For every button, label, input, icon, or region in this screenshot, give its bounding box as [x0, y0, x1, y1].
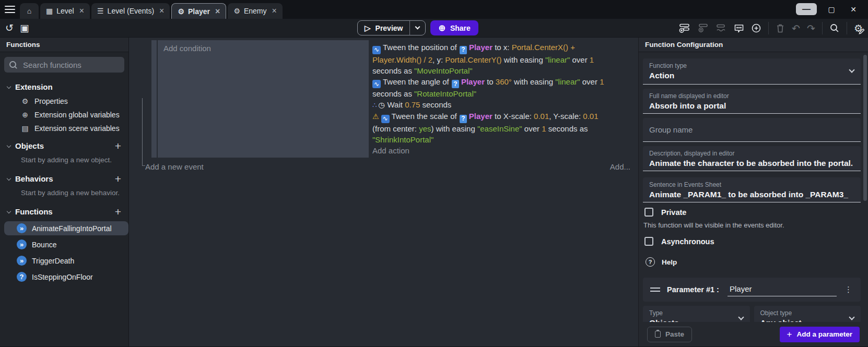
- field-label: Description, displayed in editor: [649, 150, 854, 157]
- preview-label: Preview: [376, 24, 403, 32]
- add-more-button[interactable]: Add...: [610, 162, 630, 171]
- private-help-text: This function will be visible in the eve…: [643, 221, 861, 229]
- save-icon[interactable]: ▣: [20, 23, 29, 33]
- function-item-animatefallingintoportal[interactable]: » AnimateFallingIntoPortal: [4, 221, 128, 235]
- extension-icon: ⚙: [178, 7, 184, 16]
- full-name-field[interactable]: Full name displayed in editor Absorb int…: [643, 89, 861, 114]
- hamburger-icon: [5, 9, 15, 10]
- action-text-segment: to: [485, 77, 496, 86]
- action-text-segment: Portal.CenterY(): [445, 55, 501, 64]
- add-other-event-icon[interactable]: [715, 23, 727, 33]
- minimize-button[interactable]: —: [796, 3, 817, 15]
- globe-icon: ⊕: [21, 111, 29, 119]
- sidebar-item-extension-global-variables[interactable]: ⊕ Extension global variables: [0, 108, 128, 122]
- preview-dropdown-button[interactable]: [409, 21, 425, 35]
- comment-icon[interactable]: [734, 23, 744, 33]
- close-icon[interactable]: ×: [79, 6, 84, 16]
- add-object-button[interactable]: +: [115, 140, 121, 151]
- tab-label: Enemy: [244, 7, 267, 15]
- undo-icon[interactable]: ↶: [792, 23, 800, 33]
- section-behaviors[interactable]: Behaviors +: [0, 170, 128, 187]
- kebab-menu-icon[interactable]: ⋮: [843, 285, 853, 294]
- functions-sidebar: Functions Extension ⚙ Properties ⊕ Exten…: [0, 38, 129, 346]
- asynchronous-label: Asynchronous: [661, 237, 714, 246]
- event-block[interactable]: Add condition ∿Tween the position of ?Pl…: [151, 40, 638, 158]
- scrollbar-thumb[interactable]: [863, 55, 867, 201]
- field-value: Animate _PARAM1_ to be absorbed into _PA…: [649, 190, 854, 199]
- add-event-icon[interactable]: [679, 23, 690, 33]
- add-circle-icon[interactable]: [751, 23, 761, 33]
- action-text-segment: 0.01: [534, 112, 549, 121]
- type-select[interactable]: Type Objects: [643, 306, 750, 322]
- close-window-button[interactable]: ✕: [846, 3, 861, 15]
- drag-handle-icon[interactable]: [650, 288, 660, 292]
- action-text-segment: , y:: [432, 55, 445, 64]
- edit-extension-icon[interactable]: ⚙: [854, 23, 863, 33]
- add-subevent-icon[interactable]: [697, 23, 709, 33]
- action-text-segment: 1: [600, 77, 604, 86]
- search-icon[interactable]: [829, 23, 840, 33]
- section-objects[interactable]: Objects +: [0, 137, 128, 154]
- tab-level-events[interactable]: ☰ Level (Events) ×: [91, 3, 170, 19]
- chevron-down-icon: [7, 84, 11, 88]
- redo-icon[interactable]: ↷: [807, 23, 815, 33]
- action-row[interactable]: ∴◷Wait 0.75 seconds: [372, 99, 614, 111]
- action-row[interactable]: ⚠∿Tween the scale of ?Player to X-scale:…: [372, 111, 614, 145]
- history-icon[interactable]: ↺: [5, 23, 14, 33]
- tab-level[interactable]: ▦ Level ×: [40, 3, 90, 19]
- add-condition-button[interactable]: Add condition: [163, 44, 211, 53]
- function-item-bounce[interactable]: » Bounce: [4, 237, 128, 252]
- hamburger-menu-button[interactable]: [0, 0, 20, 19]
- field-value: Animate the character to be absorbed int…: [649, 159, 854, 168]
- action-row[interactable]: ∿Tween the position of ?Player to x: Por…: [372, 42, 614, 76]
- function-action-icon: »: [17, 223, 27, 233]
- add-new-event-button[interactable]: Add a new event: [145, 162, 204, 171]
- toolbar: ↺ ▣ ▷ Preview ⊕ Share: [0, 19, 868, 38]
- private-checkbox[interactable]: [644, 208, 653, 217]
- object-type-select[interactable]: Object type Any object: [754, 306, 861, 322]
- maximize-button[interactable]: ▢: [824, 3, 839, 15]
- search-box[interactable]: [4, 57, 124, 73]
- share-button[interactable]: ⊕ Share: [430, 20, 478, 35]
- field-label: Object type: [760, 309, 855, 317]
- description-field[interactable]: Description, displayed in editor Animate…: [643, 146, 861, 171]
- function-item-triggerdeath[interactable]: » TriggerDeath: [4, 254, 128, 268]
- function-type-select[interactable]: Function type Action: [643, 58, 861, 85]
- tab-enemy[interactable]: ⚙ Enemy ×: [228, 3, 282, 19]
- help-button[interactable]: ? Help: [646, 257, 861, 267]
- tab-home[interactable]: ⌂: [20, 3, 39, 19]
- section-label: Objects: [15, 141, 110, 150]
- function-item-issteppingonfloor[interactable]: ? IsSteppingOnFloor: [4, 270, 128, 284]
- section-functions[interactable]: Functions +: [0, 203, 128, 220]
- group-name-field[interactable]: Group name: [643, 118, 861, 142]
- conditions-column[interactable]: Add condition: [158, 40, 369, 158]
- add-behavior-button[interactable]: +: [115, 173, 121, 184]
- parameter-name-input[interactable]: Player: [728, 283, 837, 296]
- preview-button[interactable]: ▷ Preview: [357, 20, 426, 35]
- add-action-button[interactable]: Add action: [372, 145, 614, 156]
- warning-icon: ⚠: [372, 111, 379, 122]
- asynchronous-checkbox[interactable]: [644, 237, 653, 246]
- paste-button[interactable]: Paste: [647, 327, 692, 342]
- search-functions-input[interactable]: [22, 60, 111, 70]
- sidebar-item-extension-scene-variables[interactable]: ▤ Extension scene variables: [0, 122, 128, 135]
- action-text-segment: Player: [461, 77, 485, 86]
- close-icon[interactable]: ×: [159, 6, 164, 16]
- event-drag-strip[interactable]: [151, 40, 157, 158]
- close-icon[interactable]: ×: [272, 6, 277, 16]
- action-row[interactable]: ∿Tween the angle of ?Player to 360° with…: [372, 76, 614, 100]
- field-value: Action: [649, 71, 854, 80]
- scene-variables-icon: ▤: [21, 124, 29, 133]
- trash-icon[interactable]: [776, 23, 785, 33]
- function-label: TriggerDeath: [32, 257, 74, 265]
- action-text-segment: , Y-scale:: [549, 112, 583, 121]
- add-function-button[interactable]: +: [115, 206, 121, 217]
- close-icon[interactable]: ×: [215, 7, 220, 16]
- sentence-field[interactable]: Sentence in Events Sheet Animate _PARAM1…: [643, 177, 861, 202]
- sidebar-item-properties[interactable]: ⚙ Properties: [0, 94, 128, 108]
- section-extension[interactable]: Extension: [0, 79, 128, 94]
- action-text-segment: over: [522, 124, 542, 133]
- qmark-icon: ?: [460, 46, 467, 54]
- tab-player[interactable]: ⚙ Player ×: [171, 3, 226, 19]
- add-parameter-button[interactable]: + Add a parameter: [780, 327, 860, 342]
